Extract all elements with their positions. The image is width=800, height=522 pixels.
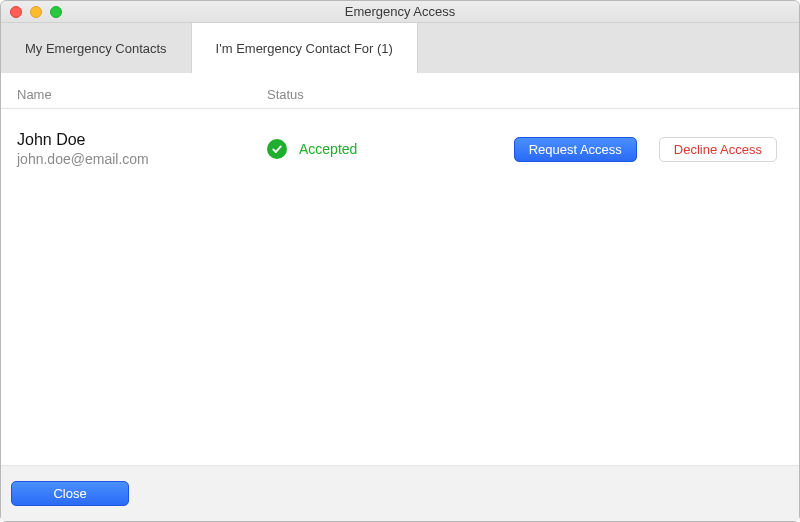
contact-row: John Doe john.doe@email.com Accepted Req… xyxy=(1,109,799,189)
request-access-button[interactable]: Request Access xyxy=(514,137,637,162)
tab-bar: My Emergency Contacts I'm Emergency Cont… xyxy=(1,23,799,73)
contact-email: john.doe@email.com xyxy=(17,151,267,167)
column-header-name: Name xyxy=(17,87,267,102)
column-header-actions xyxy=(447,87,783,102)
contact-status: Accepted xyxy=(267,139,447,159)
contact-name: John Doe xyxy=(17,131,267,149)
check-circle-icon xyxy=(267,139,287,159)
window-title: Emergency Access xyxy=(1,4,799,19)
window-controls xyxy=(1,6,62,18)
emergency-access-window: Emergency Access My Emergency Contacts I… xyxy=(0,0,800,522)
minimize-window-icon[interactable] xyxy=(30,6,42,18)
titlebar: Emergency Access xyxy=(1,1,799,23)
tab-im-emergency-contact-for[interactable]: I'm Emergency Contact For (1) xyxy=(192,23,418,73)
zoom-window-icon[interactable] xyxy=(50,6,62,18)
tab-label: I'm Emergency Contact For (1) xyxy=(216,41,393,56)
column-headers: Name Status xyxy=(1,73,799,109)
content-area: Name Status John Doe john.doe@email.com … xyxy=(1,73,799,465)
status-label: Accepted xyxy=(299,141,357,157)
tab-label: My Emergency Contacts xyxy=(25,41,167,56)
column-header-status: Status xyxy=(267,87,447,102)
close-button[interactable]: Close xyxy=(11,481,129,506)
contact-actions: Request Access Decline Access xyxy=(447,137,783,162)
decline-access-button[interactable]: Decline Access xyxy=(659,137,777,162)
close-window-icon[interactable] xyxy=(10,6,22,18)
tab-my-emergency-contacts[interactable]: My Emergency Contacts xyxy=(1,23,192,73)
footer: Close xyxy=(1,465,799,521)
contact-identity: John Doe john.doe@email.com xyxy=(17,131,267,167)
